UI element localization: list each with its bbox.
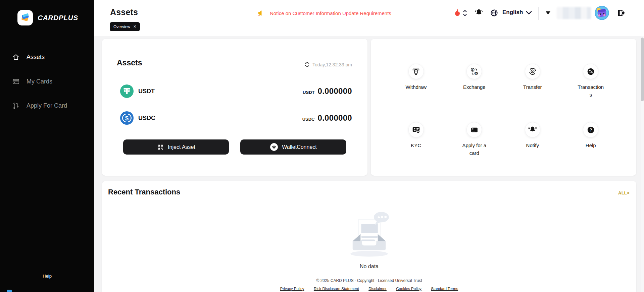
row-divider <box>117 105 353 105</box>
flame-icon[interactable] <box>454 8 461 17</box>
sidebar-item-label: My Cards <box>27 78 52 85</box>
footer-link-disclaimer[interactable]: Disclaimer <box>368 287 387 291</box>
transactions-icon <box>587 67 595 76</box>
footer-link-terms[interactable]: Standard Terms <box>431 287 458 291</box>
refresh-icon <box>304 62 310 67</box>
action-exchange[interactable]: $ ₿ Exchange <box>445 64 504 99</box>
app-frame: CARDPLUS Assets My Cards Apply For Card … <box>0 0 644 292</box>
sidebar-item-assets[interactable]: Assets <box>0 49 94 65</box>
sidebar-item-apply-for-card[interactable]: Apply For Card <box>0 98 94 114</box>
svg-text:?: ? <box>589 127 592 132</box>
notice-banner[interactable]: Notice on Customer Information Update Re… <box>258 9 391 17</box>
balance-amount: 0.000000 <box>317 113 352 123</box>
action-transactions[interactable]: Transactions <box>562 64 620 99</box>
avatar-image <box>595 6 609 20</box>
recent-transactions-card: Recent Transactions ALL> No data <box>102 181 636 292</box>
empty-state-text: No data <box>336 264 403 270</box>
globe-icon[interactable] <box>490 9 498 17</box>
apply-card-nav-icon <box>12 102 20 110</box>
brand[interactable]: CARDPLUS <box>17 10 78 25</box>
footer-link-cookies[interactable]: Cookies Policy <box>396 287 421 291</box>
assets-card: Assets Today,12:32:33 pm USDT USDT 0.000… <box>102 39 367 176</box>
transfer-icon: $ <box>528 67 537 76</box>
no-data-illustration <box>344 209 394 259</box>
sidebar-item-my-cards[interactable]: My Cards <box>0 73 94 90</box>
usdc-icon: $ <box>120 111 134 125</box>
kyc-icon <box>412 125 420 134</box>
language-selector[interactable]: English <box>502 9 523 16</box>
chat-widget-cutoff[interactable] <box>7 290 12 292</box>
usdt-icon <box>120 84 134 98</box>
tab-overview-label: Overview <box>113 24 130 29</box>
username-redacted <box>557 7 591 19</box>
inject-asset-label: Inject Asset <box>168 144 195 150</box>
top-header: Assets Overview ✕ Notice on Customer Inf… <box>94 0 644 36</box>
refresh-control[interactable]: Today,12:32:33 pm <box>304 62 352 67</box>
action-notify[interactable]: Notify <box>503 122 562 157</box>
notify-bell-icon <box>528 125 537 134</box>
coin-name: USDC <box>138 115 155 122</box>
footer-link-risk[interactable]: Risk Disclosure Statement <box>314 287 359 291</box>
action-help[interactable]: ? Help <box>562 122 620 157</box>
quick-actions-grid: Withdraw $ ₿ Exchange $ <box>387 64 620 157</box>
page-title: Assets <box>110 7 138 17</box>
balance-row-usdt: USDT USDT 0.000000 <box>120 84 352 99</box>
coin-name: USDT <box>138 88 155 95</box>
apply-card-icon <box>470 126 479 134</box>
action-transfer[interactable]: $ Transfer <box>503 64 562 99</box>
sidebar: CARDPLUS Assets My Cards Apply For Card … <box>0 0 94 292</box>
inject-asset-button[interactable]: Inject Asset <box>123 139 229 155</box>
balance-amount: 0.000000 <box>317 86 352 96</box>
cardplus-logo-icon <box>17 10 33 25</box>
action-apply-for-card[interactable]: Apply for a card <box>445 122 504 157</box>
scrollbar-thumb[interactable] <box>641 38 644 101</box>
balance-row-usdc: $ USDC USDC 0.000000 <box>120 111 352 125</box>
recent-transactions-title: Recent Transactions <box>108 188 180 196</box>
notice-text: Notice on Customer Information Update Re… <box>270 10 391 16</box>
tab-overview[interactable]: Overview ✕ <box>110 22 140 31</box>
bell-icon[interactable] <box>475 8 483 17</box>
sort-carets-icon[interactable] <box>463 9 467 17</box>
exchange-icon: $ ₿ <box>470 67 479 76</box>
balance-code: USDT <box>303 90 314 95</box>
assets-card-title: Assets <box>117 58 142 67</box>
brand-name: CARDPLUS <box>38 14 78 22</box>
sidebar-item-label: Apply For Card <box>27 102 67 109</box>
quick-actions-card: Withdraw $ ₿ Exchange $ <box>371 39 636 176</box>
megaphone-icon <box>258 9 265 17</box>
sidebar-help: Help <box>0 273 94 279</box>
close-icon[interactable]: ✕ <box>133 25 136 28</box>
svg-text:$: $ <box>125 115 129 122</box>
help-icon: ? <box>587 126 595 134</box>
caret-down-icon[interactable] <box>546 11 550 14</box>
walletconnect-icon <box>270 143 278 151</box>
svg-text:₿: ₿ <box>475 72 477 75</box>
svg-text:$: $ <box>472 68 473 71</box>
walletconnect-label: WalletConnect <box>282 144 316 150</box>
action-kyc[interactable]: KYC <box>387 122 445 157</box>
refresh-timestamp: Today,12:32:33 pm <box>312 62 352 67</box>
all-transactions-link[interactable]: ALL> <box>618 190 630 195</box>
header-divider <box>538 7 539 20</box>
avatar[interactable] <box>595 6 609 20</box>
qr-scan-icon <box>157 143 164 151</box>
footer-copyright: © 2025 CARD PLUS · Copyright · Licensed … <box>94 278 644 283</box>
home-icon <box>12 53 20 61</box>
balance-code: USDC <box>302 117 315 122</box>
withdraw-icon <box>412 67 420 76</box>
footer-links: Privacy Policy Risk Disclosure Statement… <box>94 285 644 291</box>
empty-state: No data <box>336 209 403 270</box>
sidebar-help-link[interactable]: Help <box>43 274 52 279</box>
logout-icon[interactable] <box>617 8 626 17</box>
sidebar-item-label: Assets <box>27 54 45 61</box>
card-icon <box>12 78 20 85</box>
footer-link-privacy[interactable]: Privacy Policy <box>280 287 304 291</box>
walletconnect-button[interactable]: WalletConnect <box>240 139 346 155</box>
action-withdraw[interactable]: Withdraw <box>387 64 445 99</box>
chevron-down-icon[interactable] <box>526 11 532 15</box>
